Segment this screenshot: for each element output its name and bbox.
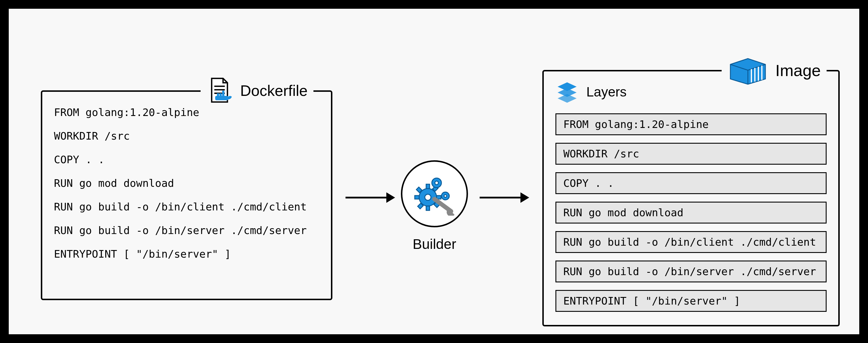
layer-row: RUN go mod download: [555, 202, 827, 223]
layer-row: WORKDIR /src: [555, 143, 827, 165]
dockerfile-line: RUN go build -o /bin/client ./cmd/client: [54, 201, 319, 213]
dockerfile-lines: FROM golang:1.20-alpine WORKDIR /src COP…: [54, 106, 319, 260]
svg-rect-6: [222, 93, 224, 96]
svg-point-21: [444, 195, 447, 197]
dockerfile-line: WORKDIR /src: [54, 130, 319, 142]
dockerfile-icon: [207, 76, 235, 105]
svg-rect-4: [217, 93, 219, 96]
layer-row: FROM golang:1.20-alpine: [555, 113, 827, 135]
svg-rect-7: [222, 91, 224, 93]
dockerfile-legend: Dockerfile: [200, 76, 313, 105]
builder-label: Builder: [399, 236, 469, 252]
svg-point-9: [425, 194, 431, 200]
dockerfile-panel: Dockerfile FROM golang:1.20-alpine WORKD…: [41, 90, 332, 300]
layer-row: ENTRYPOINT [ "/bin/server" ]: [555, 290, 827, 312]
container-icon: [727, 56, 768, 85]
svg-rect-5: [220, 93, 222, 96]
layer-row: COPY . .: [555, 172, 827, 194]
svg-rect-10: [426, 184, 430, 189]
gears-icon: [412, 172, 456, 216]
layer-row: RUN go build -o /bin/server ./cmd/server: [555, 260, 827, 282]
svg-point-19: [435, 181, 438, 185]
arrow-right-icon: [345, 192, 395, 203]
layers-label: Layers: [586, 84, 627, 100]
arrow-right-icon: [479, 192, 529, 203]
layers-icon: [555, 80, 579, 103]
builder-node: Builder: [399, 160, 469, 252]
builder-circle: [401, 160, 468, 227]
diagram-canvas: Dockerfile FROM golang:1.20-alpine WORKD…: [9, 9, 859, 334]
svg-rect-12: [415, 195, 419, 199]
dockerfile-line: COPY . .: [54, 154, 319, 165]
image-panel: Image Layers FROM golang:1.20-alpine WOR…: [542, 70, 840, 326]
svg-rect-11: [426, 206, 430, 210]
dockerfile-title: Dockerfile: [240, 82, 308, 99]
image-title: Image: [775, 61, 821, 80]
layers-list: FROM golang:1.20-alpine WORKDIR /src COP…: [555, 113, 827, 312]
dockerfile-line: ENTRYPOINT [ "/bin/server" ]: [54, 248, 319, 260]
dockerfile-line: FROM golang:1.20-alpine: [54, 106, 319, 118]
svg-rect-3: [215, 96, 228, 100]
dockerfile-line: RUN go build -o /bin/server ./cmd/server: [54, 224, 319, 236]
layer-row: RUN go build -o /bin/client ./cmd/client: [555, 231, 827, 253]
image-legend: Image: [722, 56, 827, 85]
dockerfile-line: RUN go mod download: [54, 177, 319, 189]
